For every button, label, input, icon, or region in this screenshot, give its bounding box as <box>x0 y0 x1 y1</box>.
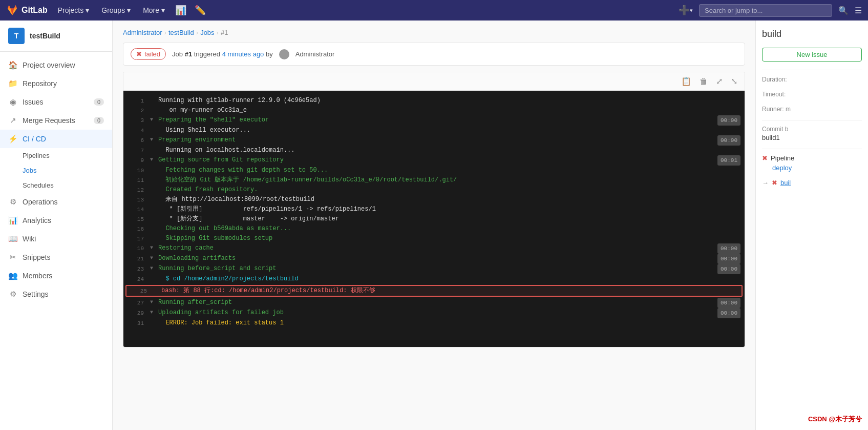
collapse-icon[interactable]: ▼ <box>150 155 155 165</box>
sidebar-sub-label: Pipelines <box>23 152 50 159</box>
sidebar-item-label: Project overview <box>23 61 75 69</box>
line-number: 19 <box>128 243 144 253</box>
sidebar-item-settings[interactable]: ⚙ Settings <box>0 285 112 303</box>
collapse-icon[interactable]: ▼ <box>150 135 155 145</box>
line-number: 31 <box>128 318 144 328</box>
line-number: 24 <box>128 274 144 284</box>
line-number: 6 <box>128 135 144 145</box>
sidebar-item-operations[interactable]: ⚙ Operations <box>0 193 112 211</box>
sidebar-item-label: Snippets <box>23 253 50 261</box>
collapse-icon[interactable]: ▼ <box>150 115 155 125</box>
log-text: * [新分支] master -> origin/master <box>158 214 740 223</box>
copy-log-button[interactable]: 📋 <box>679 75 693 87</box>
search-input[interactable] <box>699 4 832 17</box>
log-line: 11 初始化空的 Git 版本库于 /home/gitlab-runner/bu… <box>123 175 745 185</box>
log-line: 19▼Restoring cache00:00 <box>123 243 745 254</box>
fullscreen-button[interactable]: ⤡ <box>729 75 739 87</box>
line-number: 23 <box>128 264 144 274</box>
sidebar-item-pipelines[interactable]: Pipelines <box>23 148 112 163</box>
log-text: 初始化空的 Git 版本库于 /home/gitlab-runner/build… <box>158 175 740 185</box>
line-number: 27 <box>128 298 144 308</box>
breadcrumb: Administrator › testBuild › Jobs › #1 <box>123 29 745 36</box>
activity-icon[interactable]: 📊 <box>175 5 186 16</box>
breadcrumb-admin[interactable]: Administrator <box>123 29 162 36</box>
log-time-badge: 00:00 <box>717 135 740 146</box>
stage-failed-icon: ✖ <box>772 179 777 187</box>
terminal: 1Running with gitlab-runner 12.9.0 (4c96… <box>123 91 745 347</box>
collapse-icon[interactable]: ▼ <box>150 298 155 307</box>
project-name: testBuild <box>30 32 60 40</box>
line-number: 13 <box>128 195 144 204</box>
new-issue-button[interactable]: New issue <box>762 48 862 62</box>
line-number: 3 <box>128 115 144 125</box>
sidebar-item-members[interactable]: 👥 Members <box>0 267 112 285</box>
line-number: 7 <box>128 146 144 155</box>
issues-badge: 0 <box>94 98 104 106</box>
timeout-label: Timeout: <box>762 91 786 98</box>
breadcrumb-jobs[interactable]: Jobs <box>200 29 214 36</box>
sidebar-item-repository[interactable]: 📁 Repository <box>0 74 112 93</box>
line-number: 14 <box>128 204 144 214</box>
pencil-icon[interactable]: ✏️ <box>195 5 206 16</box>
log-toolbar: 📋 🗑 ⤢ ⤡ <box>123 72 745 91</box>
sidebar-item-snippets[interactable]: ✂ Snippets <box>0 248 112 267</box>
status-badge: ✖ failed <box>131 48 166 60</box>
settings-icon: ⚙ <box>8 290 17 299</box>
stage-name-link[interactable]: buil <box>780 179 791 187</box>
gitlab-logo[interactable]: GitLab <box>6 4 48 16</box>
log-line: 1Running with gitlab-runner 12.9.0 (4c96… <box>123 96 745 106</box>
expand-button[interactable]: ⤢ <box>714 75 725 87</box>
duration-label: Duration: <box>762 76 787 83</box>
pipeline-status: ✖ Pipeline <box>762 154 862 162</box>
sidebar-item-issues[interactable]: ◉ Issues 0 <box>0 93 112 111</box>
log-line: 23▼Running before_script and script00:00 <box>123 264 745 274</box>
wiki-icon: 📖 <box>8 234 17 243</box>
pipeline-failed-icon: ✖ <box>762 154 768 162</box>
create-icon[interactable]: ➕▾ <box>679 5 693 16</box>
job-status-bar: ✖ failed Job #1 triggered 4 minutes ago … <box>123 43 745 66</box>
line-number: 29 <box>128 308 144 318</box>
collapse-icon[interactable]: ▼ <box>150 308 155 317</box>
sidebar-item-wiki[interactable]: 📖 Wiki <box>0 230 112 248</box>
log-text: Restoring cache <box>158 243 717 253</box>
line-number: 9 <box>128 155 144 165</box>
failed-icon: ✖ <box>136 50 142 58</box>
pipeline-ref-link[interactable]: deploy <box>772 164 792 172</box>
sidebar-item-label: Analytics <box>23 216 51 224</box>
log-text: Uploading artifacts for failed job <box>158 308 717 317</box>
log-line: 27▼Running after_script00:00 <box>123 298 745 308</box>
sidebar-sub-label: Schedules <box>23 181 54 189</box>
projects-menu[interactable]: Projects ▾ <box>56 6 92 14</box>
time-ago: 4 minutes ago <box>222 50 264 58</box>
sidebar-item-project-overview[interactable]: 🏠 Project overview <box>0 56 112 74</box>
members-icon: 👥 <box>8 271 17 280</box>
sidebar-nav: 🏠 Project overview 📁 Repository ◉ Issues… <box>0 52 112 308</box>
log-line: 29▼Uploading artifacts for failed job00:… <box>123 308 745 318</box>
delete-log-button[interactable]: 🗑 <box>697 76 710 87</box>
status-text: failed <box>144 50 160 58</box>
log-text: Using Shell executor... <box>158 126 740 135</box>
commit-section: Commit b build1 <box>762 126 862 141</box>
groups-menu[interactable]: Groups ▾ <box>99 6 133 14</box>
sidebar-item-schedules[interactable]: Schedules <box>23 178 112 193</box>
sidebar-item-merge-requests[interactable]: ↗ Merge Requests 0 <box>0 111 112 130</box>
log-text: Running after_script <box>158 298 717 307</box>
breadcrumb-project[interactable]: testBuild <box>168 29 194 36</box>
sidebar-item-label: Merge Requests <box>23 116 75 125</box>
sidebar-item-jobs[interactable]: Jobs <box>23 163 112 178</box>
collapse-icon[interactable]: ▼ <box>150 264 155 273</box>
more-menu[interactable]: More ▾ <box>141 6 167 14</box>
collapse-icon[interactable]: ▼ <box>150 243 155 253</box>
log-time-badge: 00:00 <box>717 298 740 308</box>
search-submit-icon[interactable]: 🔍 <box>838 6 849 15</box>
log-text: $ cd /home/admin2/projects/testbuild <box>158 274 740 283</box>
timeout-section: Timeout: <box>762 90 862 98</box>
sidebar-item-analytics[interactable]: 📊 Analytics <box>0 211 112 230</box>
sidebar-item-label: Members <box>23 272 52 280</box>
sidebar-item-ci-cd[interactable]: ⚡ CI / CD <box>0 130 112 148</box>
collapse-icon[interactable]: ▼ <box>150 254 155 263</box>
stage-item: → ✖ buil <box>762 179 862 187</box>
sidebar-toggle-icon[interactable]: ☰ <box>855 6 862 15</box>
issues-icon: ◉ <box>8 97 17 107</box>
line-number: 12 <box>128 185 144 195</box>
